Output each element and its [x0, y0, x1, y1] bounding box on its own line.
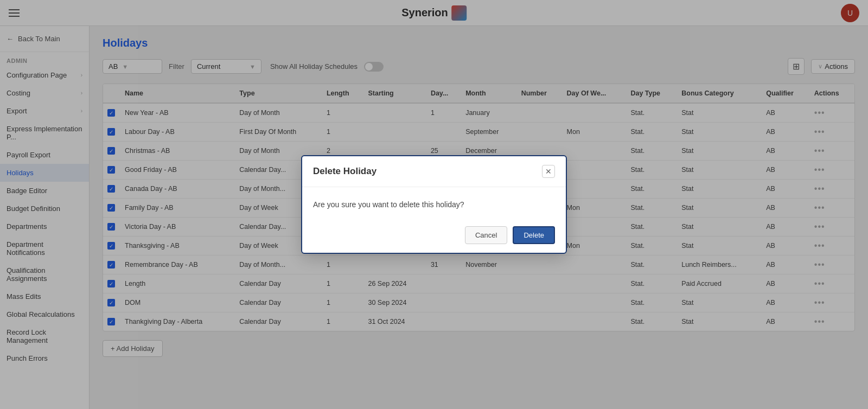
modal-title: Delete Holiday — [313, 166, 376, 177]
delete-holiday-modal: Delete Holiday ✕ Are you sure you want t… — [301, 155, 567, 254]
modal-close-button[interactable]: ✕ — [542, 165, 555, 178]
modal-body: Are you sure you want to delete this hol… — [302, 187, 566, 220]
modal-overlay[interactable]: Delete Holiday ✕ Are you sure you want t… — [0, 0, 868, 409]
cancel-button[interactable]: Cancel — [465, 226, 507, 244]
modal-header: Delete Holiday ✕ — [302, 156, 566, 187]
modal-message: Are you sure you want to delete this hol… — [313, 200, 464, 209]
delete-button[interactable]: Delete — [513, 226, 555, 244]
modal-footer: Cancel Delete — [302, 220, 566, 253]
